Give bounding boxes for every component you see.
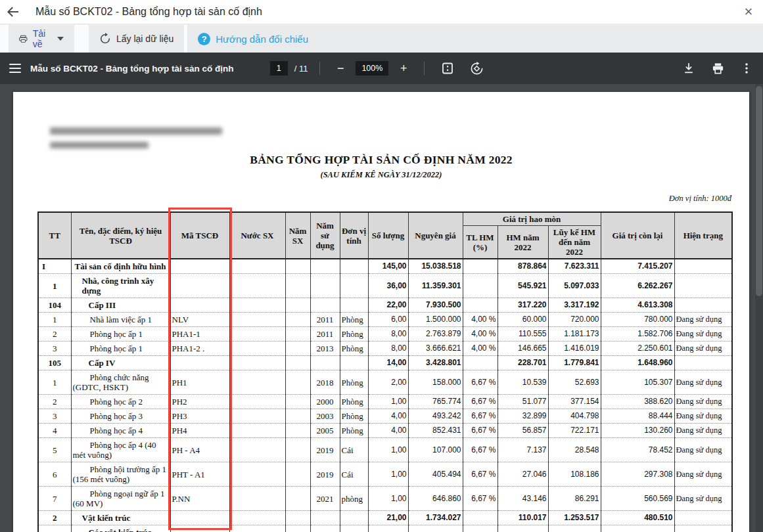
col-nam-sx: Năm SX bbox=[285, 212, 310, 259]
cell-nuoc bbox=[229, 259, 285, 274]
cell-nam_sx bbox=[285, 487, 310, 511]
cell-cl: 560.569 bbox=[601, 487, 674, 511]
page-title: Mẫu số BCKT02 - Bảng tổng hợp tài sản cố… bbox=[35, 6, 262, 18]
cell-ma: P.NN bbox=[170, 487, 229, 511]
cell-lk: 52.693 bbox=[548, 370, 601, 395]
close-icon[interactable]: × bbox=[734, 0, 763, 24]
cell-lk: 108.186 bbox=[548, 462, 601, 487]
cell-ma bbox=[170, 511, 229, 525]
cell-name: Các vật kiến trúc khác bbox=[71, 525, 170, 532]
cell-ht bbox=[674, 511, 732, 525]
cell-cl: 6.262.267 bbox=[601, 274, 674, 298]
cell-name: Nhà, công trình xây dựng bbox=[71, 274, 170, 298]
cell-lk: 720.000 bbox=[548, 313, 601, 327]
rotate-icon[interactable] bbox=[465, 57, 488, 79]
col-don-vi-tinh: Đơn vị tính bbox=[340, 212, 368, 259]
download-button[interactable]: Tải về bbox=[9, 25, 74, 53]
cell-nam_sd: 2013 bbox=[310, 342, 340, 356]
cell-nam_sd bbox=[310, 511, 340, 525]
table-row: 2Vật kiến trúc21,001.734.027110.0171.253… bbox=[38, 511, 732, 525]
cell-tl: 6,67 % bbox=[463, 409, 497, 424]
col-nguyen-gia: Nguyên giá bbox=[408, 212, 463, 259]
fit-page-icon[interactable] bbox=[436, 57, 459, 79]
cell-ht: Đang sử dụng bbox=[674, 409, 732, 424]
cell-nuoc bbox=[229, 511, 285, 525]
col-ma-tscd: Mã TSCĐ bbox=[170, 212, 229, 259]
cell-tl bbox=[463, 274, 497, 298]
zoom-out-button[interactable]: − bbox=[332, 60, 349, 77]
menu-icon[interactable] bbox=[0, 53, 30, 84]
cell-hm: 51.077 bbox=[497, 395, 548, 409]
cell-ng: 493.242 bbox=[408, 409, 463, 424]
print-icon[interactable] bbox=[706, 57, 729, 79]
back-button[interactable] bbox=[0, 0, 26, 24]
scrollbar-thumb[interactable] bbox=[756, 86, 762, 296]
cell-ht: Đang sử dụng bbox=[674, 395, 732, 409]
cell-cl: 88.444 bbox=[601, 409, 674, 424]
refresh-icon bbox=[99, 33, 111, 45]
chevron-down-icon bbox=[57, 37, 64, 41]
col-nam-su-dung: Năm sử dụng bbox=[310, 212, 340, 259]
cell-qty: 22,00 bbox=[368, 298, 408, 313]
cell-hm: 43.146 bbox=[497, 487, 548, 511]
cell-dvt: Phòng bbox=[340, 370, 368, 395]
cell-lk: 722.171 bbox=[548, 424, 601, 438]
download-icon[interactable] bbox=[678, 57, 700, 79]
page-number-input[interactable] bbox=[270, 61, 288, 76]
cell-lk: 3.317.192 bbox=[548, 298, 601, 313]
cell-nam_sx bbox=[285, 409, 310, 424]
cell-tl: 6,67 % bbox=[463, 395, 497, 409]
cell-ng: 15.038.518 bbox=[408, 259, 463, 274]
cell-ng: 1.734.027 bbox=[408, 511, 463, 525]
cell-nam_sd: 2019 bbox=[310, 462, 340, 487]
guide-label: Hướng dẫn đối chiếu bbox=[216, 33, 308, 45]
cell-lk: 377.154 bbox=[548, 395, 601, 409]
cell-tt: 3 bbox=[38, 342, 71, 356]
cell-nam_sx bbox=[285, 462, 310, 487]
cell-name: Phòng học ấp 1 bbox=[71, 327, 170, 342]
table-row: 1Phòng chức năng (GDTC, HSKT)PH12018Phòn… bbox=[38, 370, 732, 395]
cell-nuoc bbox=[229, 409, 285, 424]
col-tl-hm: TL HM (%) bbox=[463, 226, 497, 259]
cell-tl: 6,67 % bbox=[463, 424, 497, 438]
guide-link[interactable]: ? Hướng dẫn đối chiếu bbox=[187, 25, 763, 53]
cell-qty: 21,00 bbox=[368, 525, 408, 532]
redacted-org-line-2 bbox=[50, 142, 149, 148]
cell-ma: PH - A4 bbox=[170, 438, 229, 462]
cell-tl bbox=[463, 356, 497, 370]
cell-hm: 56.857 bbox=[497, 424, 548, 438]
cell-nam_sd: 2011 bbox=[310, 327, 340, 342]
cell-nam_sx bbox=[285, 259, 310, 274]
cell-nuoc bbox=[229, 298, 285, 313]
cell-ng: 2.763.879 bbox=[408, 327, 463, 342]
cell-cl: 78.452 bbox=[601, 438, 674, 462]
document-page: BẢNG TỔNG HỢP TÀI SẢN CỐ ĐỊNH NĂM 2022 (… bbox=[13, 92, 749, 532]
col-so-luong: Số lượng bbox=[368, 212, 408, 259]
cell-ht: Đang sử dụng bbox=[674, 487, 732, 511]
asset-table: TT Tên, đặc điểm, ký hiệu TSCĐ Mã TSCĐ N… bbox=[37, 211, 733, 532]
reload-data-button[interactable]: Lấy lại dữ liệu bbox=[89, 25, 184, 53]
cell-dvt bbox=[340, 356, 368, 370]
cell-nuoc bbox=[229, 327, 285, 342]
cell-lk: 1.181.173 bbox=[548, 327, 601, 342]
cell-ht bbox=[674, 298, 732, 313]
more-options-icon[interactable] bbox=[735, 57, 758, 79]
cell-ng: 3.666.621 bbox=[408, 342, 463, 356]
zoom-in-button[interactable]: + bbox=[395, 60, 412, 77]
cell-tt: 6 bbox=[38, 462, 71, 487]
cell-tl: 6,67 % bbox=[463, 370, 497, 395]
cell-ht bbox=[674, 525, 732, 532]
cell-nam_sd: 2000 bbox=[310, 395, 340, 409]
cell-hm: 317.220 bbox=[497, 298, 548, 313]
cell-cl: 105.307 bbox=[601, 370, 674, 395]
cell-qty: 6,00 bbox=[368, 313, 408, 327]
cell-tt: 105 bbox=[38, 356, 71, 370]
cell-ht: Đang sử dụng bbox=[674, 462, 732, 487]
window-header: Mẫu số BCKT02 - Bảng tổng hợp tài sản cố… bbox=[0, 0, 763, 24]
table-row: 3Phòng học ấp 1PHA1-2 .2013Phòng8,003.66… bbox=[38, 342, 732, 356]
cell-ht: Đang sử dụng bbox=[674, 438, 732, 462]
cell-name: Phòng học ấp 3 bbox=[71, 409, 170, 424]
cell-qty: 36,00 bbox=[368, 274, 408, 298]
table-row: 5Phòng học ấp 4 (40 mét vuông)PH - A4201… bbox=[38, 438, 732, 462]
cell-name: Phòng học ấp 4 bbox=[71, 424, 170, 438]
